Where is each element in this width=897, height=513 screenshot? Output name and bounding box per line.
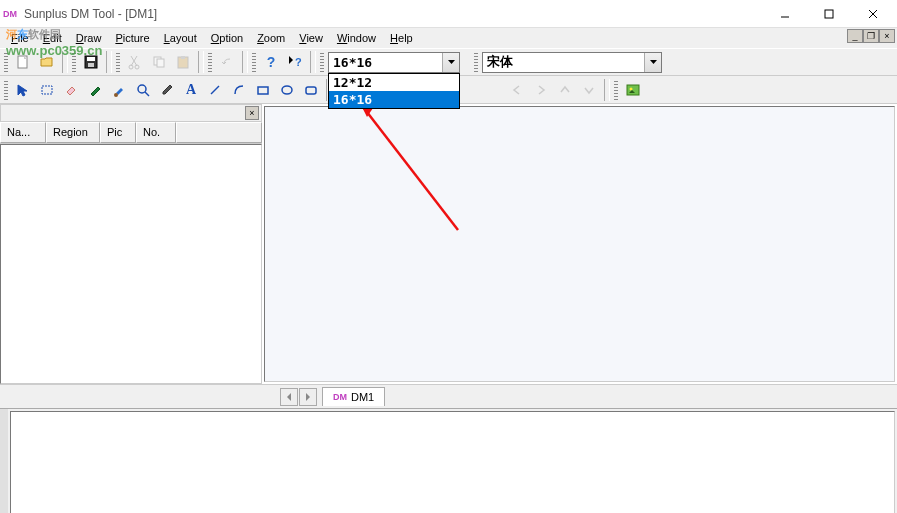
mdi-minimize-button[interactable]: _: [847, 29, 863, 43]
toolbar-grip[interactable]: [320, 52, 324, 72]
panel-close-button[interactable]: ×: [245, 106, 259, 120]
doc-tab-label: DM1: [351, 391, 374, 403]
svg-rect-11: [157, 59, 164, 67]
size-option-16[interactable]: 16*16: [329, 91, 459, 108]
font-combo-value: 宋体: [483, 53, 644, 71]
nav-back-button[interactable]: [506, 79, 528, 101]
curve-tool[interactable]: [228, 79, 250, 101]
svg-text:?: ?: [295, 56, 302, 68]
nav-up-button[interactable]: [554, 79, 576, 101]
doc-icon: DM: [333, 392, 347, 402]
svg-point-17: [138, 85, 146, 93]
menu-view[interactable]: View: [292, 30, 330, 46]
col-region[interactable]: Region: [46, 122, 100, 143]
copy-button[interactable]: [148, 51, 170, 73]
menubar: File Edit Draw Picture Layout Option Zoo…: [0, 28, 897, 48]
menu-option[interactable]: Option: [204, 30, 250, 46]
size-combo-dropdown-button[interactable]: [442, 53, 459, 72]
pointer-tool[interactable]: [12, 79, 34, 101]
toolbar-grip[interactable]: [4, 80, 8, 100]
doc-tab-dm1[interactable]: DM DM1: [322, 387, 385, 406]
col-pic[interactable]: Pic: [100, 122, 136, 143]
svg-rect-22: [306, 87, 316, 94]
side-panel: × Na... Region Pic No.: [0, 104, 262, 384]
size-dropdown-list: 12*12 16*16: [328, 73, 460, 109]
cut-button[interactable]: [124, 51, 146, 73]
font-combo[interactable]: 宋体: [482, 52, 662, 73]
save-button[interactable]: [80, 51, 102, 73]
mdi-close-button[interactable]: ×: [879, 29, 895, 43]
new-button[interactable]: [12, 51, 34, 73]
panel-column-headers: Na... Region Pic No.: [0, 122, 262, 144]
nav-forward-button[interactable]: [530, 79, 552, 101]
minimize-button[interactable]: [763, 1, 807, 27]
size-combo-value: 16*16: [329, 55, 442, 70]
open-button[interactable]: [36, 51, 58, 73]
mdi-controls: _ ❐ ×: [847, 29, 895, 43]
size-option-12[interactable]: 12*12: [329, 74, 459, 91]
svg-point-21: [282, 86, 292, 94]
col-no[interactable]: No.: [136, 122, 176, 143]
menu-window[interactable]: Window: [330, 30, 383, 46]
svg-line-19: [211, 86, 219, 94]
eyedropper-tool[interactable]: [156, 79, 178, 101]
menu-draw[interactable]: Draw: [69, 30, 109, 46]
toolbar-grip[interactable]: [208, 52, 212, 72]
pencil-tool[interactable]: [84, 79, 106, 101]
roundrect-tool[interactable]: [300, 79, 322, 101]
size-combo[interactable]: 16*16 12*12 16*16: [328, 52, 460, 73]
svg-rect-20: [258, 87, 268, 94]
close-button[interactable]: [851, 1, 895, 27]
output-panel: [0, 408, 897, 513]
window-title: Sunplus DM Tool - [DM1]: [24, 7, 763, 21]
rect-tool[interactable]: [252, 79, 274, 101]
brush-tool[interactable]: [108, 79, 130, 101]
toolbar-grip[interactable]: [116, 52, 120, 72]
tab-scroll-left[interactable]: [280, 388, 298, 406]
tab-scroll-right[interactable]: [299, 388, 317, 406]
svg-rect-13: [181, 56, 185, 59]
mdi-restore-button[interactable]: ❐: [863, 29, 879, 43]
context-help-button[interactable]: ?: [284, 51, 306, 73]
menu-layout[interactable]: Layout: [157, 30, 204, 46]
document-tabs: DM DM1: [0, 384, 897, 408]
toolbar-grip[interactable]: [614, 80, 618, 100]
help-button[interactable]: ?: [260, 51, 282, 73]
image-button[interactable]: [622, 79, 644, 101]
svg-rect-7: [88, 63, 94, 67]
titlebar: DM Sunplus DM Tool - [DM1]: [0, 0, 897, 28]
svg-rect-1: [825, 10, 833, 18]
zoom-tool[interactable]: [132, 79, 154, 101]
toolbar-grip[interactable]: [72, 52, 76, 72]
col-blank: [176, 122, 262, 143]
line-tool[interactable]: [204, 79, 226, 101]
toolbar-grip[interactable]: [474, 52, 478, 72]
app-icon: DM: [2, 6, 18, 22]
menu-picture[interactable]: Picture: [108, 30, 156, 46]
font-combo-dropdown-button[interactable]: [644, 53, 661, 72]
svg-rect-15: [42, 86, 52, 94]
output-body[interactable]: [10, 411, 895, 513]
svg-line-18: [145, 92, 149, 96]
toolbar-grip[interactable]: [252, 52, 256, 72]
text-tool[interactable]: A: [180, 79, 202, 101]
svg-rect-23: [627, 85, 639, 95]
menu-file[interactable]: File: [4, 30, 36, 46]
svg-rect-6: [87, 57, 95, 61]
toolbar-grip[interactable]: [4, 52, 8, 72]
maximize-button[interactable]: [807, 1, 851, 27]
undo-button[interactable]: [216, 51, 238, 73]
panel-list-body[interactable]: [0, 144, 262, 384]
menu-help[interactable]: Help: [383, 30, 420, 46]
menu-edit[interactable]: Edit: [36, 30, 69, 46]
eraser-tool[interactable]: [60, 79, 82, 101]
panel-splitter[interactable]: [0, 409, 8, 513]
workarea: × Na... Region Pic No.: [0, 104, 897, 384]
menu-zoom[interactable]: Zoom: [250, 30, 292, 46]
marquee-tool[interactable]: [36, 79, 58, 101]
ellipse-tool[interactable]: [276, 79, 298, 101]
col-name[interactable]: Na...: [0, 122, 46, 143]
paste-button[interactable]: [172, 51, 194, 73]
nav-down-button[interactable]: [578, 79, 600, 101]
canvas[interactable]: [264, 106, 895, 382]
